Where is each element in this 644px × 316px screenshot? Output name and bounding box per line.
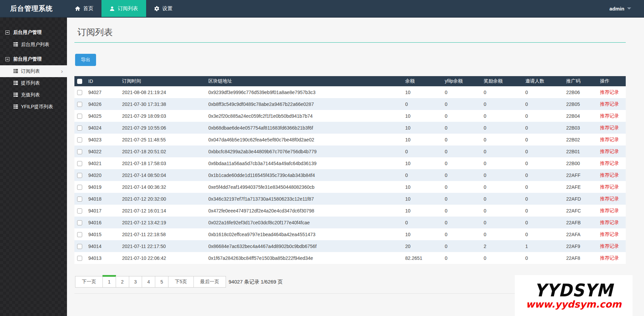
app-title: 后台管理系统 <box>0 0 67 17</box>
page-button-3[interactable]: 3 <box>129 276 142 288</box>
cell-action: 推荐记录 <box>598 134 626 145</box>
cell-invites: 0 <box>523 157 564 169</box>
row-checkbox[interactable] <box>77 173 82 178</box>
nav-item-设置[interactable]: 设置 <box>146 0 181 17</box>
cell-reward_balance: 0 <box>482 193 523 205</box>
cell-address: 0x9239df3e9996c776d539eb9f01a8ae8e7957b3… <box>206 86 403 98</box>
cell-action: 推荐记录 <box>598 181 626 193</box>
referral-record-link[interactable]: 推荐记录 <box>600 172 619 178</box>
page-button-下5页[interactable]: 下5页 <box>168 276 194 288</box>
cell-reward_balance: 0 <box>482 228 523 240</box>
referral-record-link[interactable]: 推荐记录 <box>600 149 619 154</box>
row-checkbox[interactable] <box>77 256 82 261</box>
cell-action: 推荐记录 <box>598 145 626 157</box>
cell-id: 94024 <box>86 122 120 134</box>
cell-yfilp_balance: 0 <box>443 122 482 134</box>
row-checkbox[interactable] <box>77 126 82 131</box>
cell-yfilp_balance: 0 <box>443 134 482 145</box>
cell-yfilp_balance: 0 <box>443 110 482 122</box>
sidebar-item-label: 提币列表 <box>21 80 40 86</box>
page-button-2[interactable]: 2 <box>116 276 129 288</box>
row-checkbox[interactable] <box>77 114 82 119</box>
table-row: 940272021-08-08 21:19:240x9239df3e9996c7… <box>74 86 626 98</box>
column-header-yfilp余额: yfilp余额 <box>443 76 482 86</box>
cell-address: 0xb68dbae6de4e057754af811683fd6366b21b3f… <box>206 122 403 134</box>
nav-item-首页[interactable]: 首页 <box>67 0 101 17</box>
cell-invites: 0 <box>523 122 564 134</box>
cell-reward_balance: 0 <box>482 217 523 228</box>
select-all-checkbox[interactable] <box>77 79 82 84</box>
sidebar-item-后台用户列表[interactable]: 后台用户列表 <box>0 39 67 50</box>
cell-code: 22AFB <box>564 217 598 228</box>
page-button-4[interactable]: 4 <box>142 276 155 288</box>
referral-record-link[interactable]: 推荐记录 <box>600 160 619 166</box>
row-checkbox[interactable] <box>77 220 82 225</box>
row-checkbox[interactable] <box>77 197 82 202</box>
cell-yfilp_balance: 0 <box>443 181 482 193</box>
cell-balance: 10 <box>403 122 443 134</box>
referral-record-link[interactable]: 推荐记录 <box>600 196 619 201</box>
cell-id: 94016 <box>86 217 120 228</box>
row-checkbox[interactable] <box>77 208 82 213</box>
column-header-推广码: 推广码 <box>564 76 598 86</box>
row-checkbox[interactable] <box>77 137 82 142</box>
user-dropdown[interactable]: admin <box>610 0 644 17</box>
sidebar-group-header-前台用户管理[interactable]: 前台用户管理 <box>0 53 67 65</box>
page-button-5[interactable]: 5 <box>155 276 168 288</box>
export-button[interactable]: 导出 <box>75 54 96 66</box>
row-checkbox[interactable] <box>77 232 82 237</box>
sidebar-item-订阅列表[interactable]: 订阅列表› <box>0 65 67 77</box>
cell-yfilp_balance: 0 <box>443 86 482 98</box>
cell-balance: 10 <box>403 205 443 217</box>
referral-record-link[interactable]: 推荐记录 <box>600 243 619 249</box>
page-button-最后一页[interactable]: 最后一页 <box>193 276 226 288</box>
sidebar-item-提币列表[interactable]: 提币列表 <box>0 77 67 89</box>
referral-record-link[interactable]: 推荐记录 <box>600 231 619 237</box>
row-checkbox[interactable] <box>77 185 82 190</box>
referral-record-link[interactable]: 推荐记录 <box>600 113 619 118</box>
cell-id: 94015 <box>86 228 120 240</box>
referral-record-link[interactable]: 推荐记录 <box>600 208 619 213</box>
referral-record-link[interactable]: 推荐记录 <box>600 125 619 130</box>
table-row: 940202021-07-14 08:50:040x1b1cade60dde1d… <box>74 169 626 181</box>
table-row: 940222021-07-18 20:51:020xbbcfc84299a2ab… <box>74 145 626 157</box>
row-checkbox[interactable] <box>77 102 82 107</box>
username-label: admin <box>610 6 624 12</box>
cell-yfilp_balance: 0 <box>443 169 482 181</box>
page-button-1[interactable]: 1 <box>102 276 116 288</box>
sidebar-group-label: 前台用户管理 <box>13 56 42 62</box>
referral-record-link[interactable]: 推荐记录 <box>600 255 619 261</box>
cell-balance: 10 <box>403 134 443 145</box>
referral-record-link[interactable]: 推荐记录 <box>600 101 619 107</box>
cell-time: 2021-07-29 10:55:06 <box>120 122 206 134</box>
sidebar-item-充值列表[interactable]: 充值列表 <box>0 89 67 101</box>
referral-record-link[interactable]: 推荐记录 <box>600 137 619 142</box>
cell-invites: 0 <box>523 228 564 240</box>
cell-action: 推荐记录 <box>598 205 626 217</box>
referral-record-link[interactable]: 推荐记录 <box>600 220 619 225</box>
cell-address: 0x022a16fe92ef3d17ce03dcf8c20f177e40f4fc… <box>206 217 403 228</box>
row-checkbox[interactable] <box>77 90 82 95</box>
cell-code: 22AFC <box>564 205 598 217</box>
column-header-ID: ID <box>86 76 120 86</box>
watermark: YYDSYM www.yydsym.com <box>515 275 632 316</box>
cell-balance: 0 <box>403 169 443 181</box>
cell-action: 推荐记录 <box>598 240 626 252</box>
chevron-right-icon: › <box>61 68 63 74</box>
sidebar-group-header-后台用户管理[interactable]: 后台用户管理 <box>0 26 67 39</box>
referral-record-link[interactable]: 推荐记录 <box>600 184 619 189</box>
row-checkbox[interactable] <box>77 161 82 166</box>
cell-balance: 20 <box>403 240 443 252</box>
nav-item-订阅列表[interactable]: 订阅列表 <box>101 0 146 17</box>
row-checkbox[interactable] <box>77 149 82 154</box>
cell-time: 2021-07-14 00:36:32 <box>120 181 206 193</box>
cell-yfilp_balance: 0 <box>443 228 482 240</box>
cell-balance: 0 <box>403 217 443 228</box>
page-button-下一页[interactable]: 下一页 <box>75 276 103 288</box>
cell-invites: 0 <box>523 98 564 110</box>
row-checkbox[interactable] <box>77 244 82 249</box>
referral-record-link[interactable]: 推荐记录 <box>600 89 619 95</box>
sidebar-item-YFILP提币列表[interactable]: YFILP提币列表 <box>0 101 67 113</box>
cell-time: 2021-07-12 16:01:14 <box>120 205 206 217</box>
cell-time: 2021-07-11 22:17:50 <box>120 240 206 252</box>
